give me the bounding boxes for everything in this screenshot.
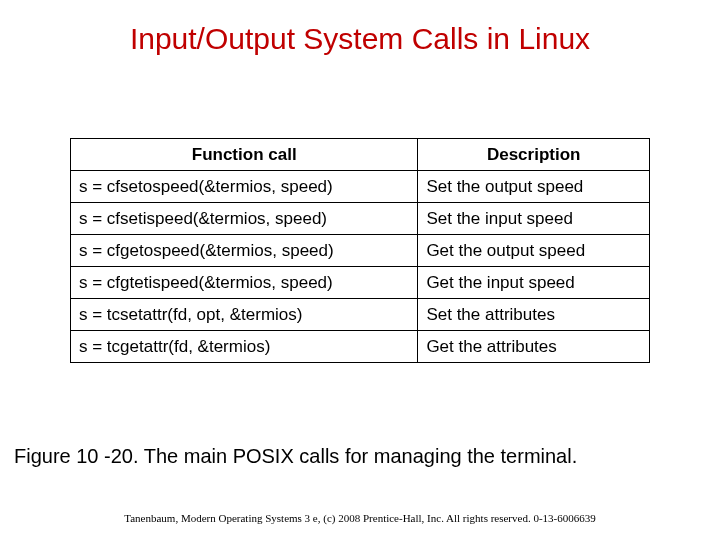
cell-func: s = tcsetattr(fd, opt, &termios) [71,299,418,331]
table-row: s = cfsetospeed(&termios, speed) Set the… [71,171,650,203]
col-header-desc: Description [418,139,650,171]
col-header-func: Function call [71,139,418,171]
copyright-footer: Tanenbaum, Modern Operating Systems 3 e,… [0,512,720,524]
cell-func: s = cfsetospeed(&termios, speed) [71,171,418,203]
cell-func: s = cfgtetispeed(&termios, speed) [71,267,418,299]
cell-desc: Get the output speed [418,235,650,267]
table-row: s = cfgtetispeed(&termios, speed) Get th… [71,267,650,299]
syscall-table: Function call Description s = cfsetospee… [70,138,650,363]
table-row: s = cfsetispeed(&termios, speed) Set the… [71,203,650,235]
page-title: Input/Output System Calls in Linux [0,22,720,56]
table-row: s = tcsetattr(fd, opt, &termios) Set the… [71,299,650,331]
cell-func: s = tcgetattr(fd, &termios) [71,331,418,363]
cell-desc: Set the input speed [418,203,650,235]
figure-caption: Figure 10 -20. The main POSIX calls for … [0,445,720,468]
cell-desc: Get the input speed [418,267,650,299]
cell-desc: Set the attributes [418,299,650,331]
cell-func: s = cfgetospeed(&termios, speed) [71,235,418,267]
table-header-row: Function call Description [71,139,650,171]
cell-desc: Get the attributes [418,331,650,363]
cell-desc: Set the output speed [418,171,650,203]
cell-func: s = cfsetispeed(&termios, speed) [71,203,418,235]
table-row: s = cfgetospeed(&termios, speed) Get the… [71,235,650,267]
table-row: s = tcgetattr(fd, &termios) Get the attr… [71,331,650,363]
syscall-table-wrap: Function call Description s = cfsetospee… [70,138,650,363]
slide: Input/Output System Calls in Linux Funct… [0,0,720,540]
